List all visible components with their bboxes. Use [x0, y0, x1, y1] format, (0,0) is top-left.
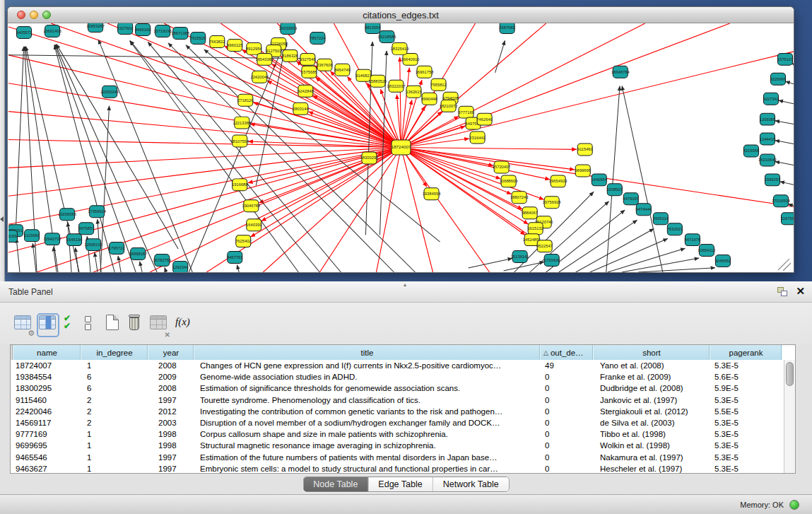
cell-out_de…[interactable]: 0 — [541, 440, 594, 451]
cell-pagerank[interactable]: 5.6E-5 — [710, 371, 782, 382]
cell-name[interactable]: 22420046 — [13, 406, 81, 417]
table-row[interactable]: 1830029562008Estimation of significance … — [11, 382, 784, 394]
table-row[interactable]: 1938455462009Genome-wide association stu… — [11, 371, 784, 382]
cell-in_degree[interactable]: 6 — [81, 382, 148, 394]
table-row[interactable]: 911546021997Tourette syndrome. Phenomeno… — [11, 395, 784, 406]
table-row[interactable]: 946362711997Embryonic stem cells: a mode… — [11, 463, 784, 473]
cell-out_de…[interactable]: 0 — [541, 395, 594, 406]
cell-short[interactable]: Tibbo et al. (1998) — [594, 428, 710, 440]
cell-title[interactable]: Changes of HCN gene expression and I(f) … — [194, 360, 541, 371]
table-mode-settings-button[interactable]: ⚙ — [14, 315, 33, 335]
cell-name[interactable]: 9699695 — [13, 440, 81, 451]
table-row[interactable]: 1456911722003Disruption of a novel membe… — [11, 417, 784, 428]
cell-year[interactable]: 1997 — [148, 463, 194, 473]
cell-name[interactable]: 9463627 — [13, 463, 81, 473]
tab-network-table[interactable]: Network Table — [433, 477, 509, 491]
cell-in_degree[interactable]: 1 — [81, 440, 148, 451]
cell-year[interactable]: 1998 — [148, 428, 194, 440]
cell-in_degree[interactable]: 1 — [81, 428, 148, 440]
cell-pagerank[interactable]: 5.3E-5 — [710, 463, 782, 473]
tab-edge-table[interactable]: Edge Table — [368, 477, 433, 491]
memory-ok-indicator[interactable] — [789, 500, 799, 510]
row-column-toggle-button[interactable] — [85, 316, 103, 336]
column-header-pagerank[interactable]: pagerank — [710, 345, 782, 360]
tab-node-table[interactable]: Node Table — [303, 477, 368, 491]
column-header-year[interactable]: year — [148, 345, 194, 360]
cell-year[interactable]: 1997 — [148, 452, 194, 463]
left-splitter-gutter[interactable] — [0, 0, 5, 281]
cell-pagerank[interactable]: 5.3E-5 — [710, 428, 782, 440]
cell-out_de…[interactable]: 0 — [541, 463, 594, 473]
cell-name[interactable]: 14569117 — [13, 417, 81, 428]
cell-short[interactable]: Nakamura et al. (1997) — [594, 452, 710, 463]
cell-in_degree[interactable]: 1 — [81, 360, 148, 371]
table-row[interactable]: 946554611997Estimation of the future num… — [11, 452, 784, 463]
cell-pagerank[interactable]: 5.3E-5 — [710, 395, 782, 406]
close-panel-icon[interactable]: ✕ — [796, 285, 805, 298]
create-table-button[interactable] — [106, 315, 124, 334]
cell-out_de…[interactable]: 0 — [541, 417, 594, 428]
cell-out_de…[interactable]: 0 — [541, 452, 594, 463]
network-window-titlebar[interactable]: citations_edges.txt — [8, 7, 794, 23]
cell-title[interactable]: Estimation of the future numbers of pati… — [194, 452, 541, 463]
cell-short[interactable]: Dudbridge et al. (2008) — [594, 382, 710, 394]
table-row[interactable]: 2242004622012Investigating the contribut… — [11, 406, 784, 417]
cell-pagerank[interactable]: 5.3E-5 — [710, 452, 782, 463]
cell-short[interactable]: Yano et al. (2008) — [594, 360, 710, 371]
citation-network-graph[interactable]: 9405572206914061065328715276028466160107… — [8, 23, 794, 272]
cell-in_degree[interactable]: 2 — [81, 417, 148, 428]
cell-pagerank[interactable]: 5.3E-5 — [710, 440, 782, 451]
column-header-short[interactable]: short — [594, 345, 710, 360]
float-panel-icon[interactable] — [777, 287, 788, 297]
cell-pagerank[interactable]: 5.3E-5 — [710, 360, 782, 371]
scrollbar-thumb[interactable] — [786, 362, 794, 386]
cell-short[interactable]: Franke et al. (2009) — [594, 371, 710, 382]
cell-in_degree[interactable]: 2 — [81, 406, 148, 417]
vertical-scrollbar[interactable] — [784, 360, 795, 473]
cell-in_degree[interactable]: 2 — [81, 395, 148, 406]
table-row[interactable]: 1872400712008Changes of HCN gene express… — [11, 360, 784, 371]
cell-name[interactable]: 18724007 — [13, 360, 81, 371]
cell-short[interactable]: Hescheler et al. (1997) — [594, 463, 710, 473]
cell-out_de…[interactable]: 0 — [541, 428, 594, 440]
table-row[interactable]: 977716911998Corpus callosum shape and si… — [11, 428, 784, 440]
cell-title[interactable]: Investigating the contribution of common… — [194, 406, 541, 417]
column-header-title[interactable]: title — [194, 345, 541, 360]
cell-short[interactable]: Stergiakouli et al. (2012) — [594, 406, 710, 417]
cell-out_de…[interactable]: 0 — [541, 371, 594, 382]
column-header-out_de…[interactable]: △out_de… — [541, 345, 594, 360]
cell-pagerank[interactable]: 5.5E-5 — [710, 406, 782, 417]
cell-name[interactable]: 18300295 — [13, 382, 81, 394]
cell-short[interactable]: Wolkin et al. (1998) — [594, 440, 710, 451]
cell-year[interactable]: 2012 — [148, 406, 194, 417]
cell-name[interactable]: 9777169 — [13, 428, 81, 440]
table-row[interactable]: 969969511998Structural magnetic resonanc… — [11, 440, 784, 451]
cell-pagerank[interactable]: 5.3E-5 — [710, 417, 782, 428]
cell-title[interactable]: Structural magnetic resonance image aver… — [194, 440, 541, 451]
cell-title[interactable]: Genome-wide association studies in ADHD. — [194, 371, 541, 382]
splitter-collapse-arrow[interactable] — [0, 216, 4, 222]
cell-out_de…[interactable]: 0 — [541, 406, 594, 417]
panel-split-handle[interactable]: ▴ — [404, 281, 406, 288]
column-header-in_degree[interactable]: in_degree — [81, 345, 148, 360]
cell-year[interactable]: 2008 — [148, 382, 194, 394]
cell-year[interactable]: 1998 — [148, 440, 194, 451]
network-canvas[interactable]: 9405572206914061065328715276028466160107… — [8, 23, 794, 272]
network-window[interactable]: citations_edges.txt 94055722069140610653… — [7, 6, 794, 273]
cell-name[interactable]: 9115460 — [13, 395, 81, 406]
cell-title[interactable]: Embryonic stem cells: a model to study s… — [194, 463, 541, 473]
cell-year[interactable]: 2003 — [148, 417, 194, 428]
cell-year[interactable]: 2009 — [148, 371, 194, 382]
cell-in_degree[interactable]: 1 — [81, 452, 148, 463]
cell-title[interactable]: Estimation of significance thresholds fo… — [194, 382, 541, 394]
cell-year[interactable]: 2008 — [148, 360, 194, 371]
function-builder-button[interactable]: f(x) — [175, 316, 194, 336]
cell-year[interactable]: 1997 — [148, 395, 194, 406]
cell-name[interactable]: 9465546 — [13, 452, 81, 463]
cell-out_de…[interactable]: 0 — [541, 382, 594, 394]
cell-pagerank[interactable]: 5.9E-5 — [710, 382, 782, 394]
cell-title[interactable]: Corpus callosum shape and size in male p… — [194, 428, 541, 440]
cell-in_degree[interactable]: 6 — [81, 371, 148, 382]
cell-short[interactable]: Jankovic et al. (1997) — [594, 395, 710, 406]
column-header-name[interactable]: name — [13, 345, 81, 360]
